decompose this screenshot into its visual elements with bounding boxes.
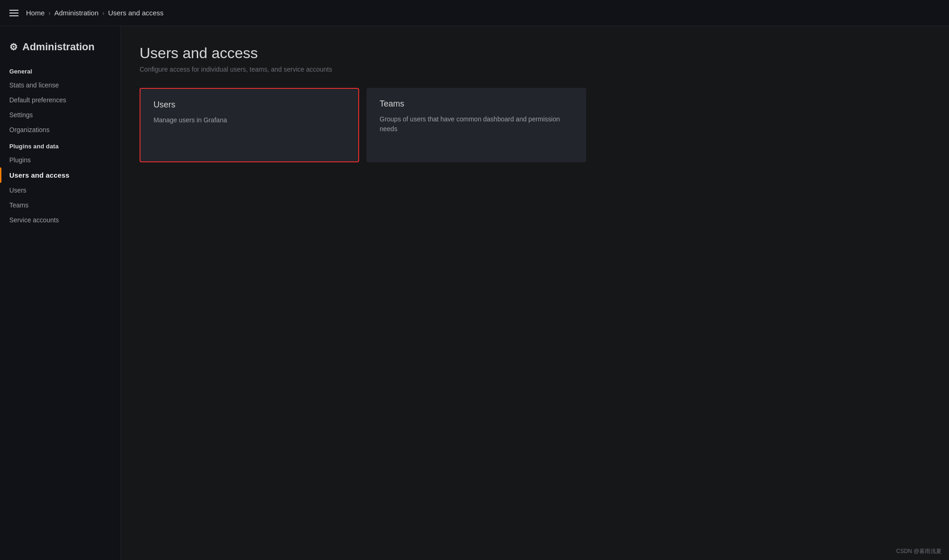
sidebar-group-users-access[interactable]: Users and access [0, 167, 120, 183]
users-card-description: Manage users in Grafana [154, 115, 345, 125]
sidebar-item-settings[interactable]: Settings [0, 107, 120, 122]
users-card[interactable]: Users Manage users in Grafana [140, 88, 359, 162]
sidebar-item-plugins[interactable]: Plugins [0, 153, 120, 167]
users-card-title: Users [154, 100, 345, 110]
sidebar-group-plugins-data: Plugins and data [0, 137, 120, 153]
sidebar-item-service-accounts[interactable]: Service accounts [0, 213, 120, 227]
menu-button[interactable] [7, 8, 20, 18]
sidebar-item-stats-license[interactable]: Stats and license [0, 78, 120, 93]
sidebar-item-users[interactable]: Users [0, 183, 120, 198]
sidebar-item-teams[interactable]: Teams [0, 198, 120, 213]
sidebar-item-organizations[interactable]: Organizations [0, 122, 120, 137]
sidebar-title-label: Administration [22, 41, 94, 53]
sidebar-section-title: ⚙ Administration [0, 35, 120, 59]
breadcrumb-users-access: Users and access [108, 9, 163, 17]
teams-card-description: Groups of users that have common dashboa… [380, 114, 573, 134]
cards-grid: Users Manage users in Grafana Teams Grou… [140, 88, 586, 162]
page-subtitle: Configure access for individual users, t… [140, 66, 930, 73]
sidebar-group-general: General [0, 62, 120, 78]
breadcrumb-administration[interactable]: Administration [54, 9, 99, 17]
teams-card-title: Teams [380, 99, 573, 109]
breadcrumb: Home › Administration › Users and access [26, 9, 164, 17]
page-title: Users and access [140, 45, 930, 62]
watermark: CSDN @暮雨浅夏 [896, 547, 942, 555]
topbar: Home › Administration › Users and access [0, 0, 949, 26]
gear-icon: ⚙ [9, 41, 18, 53]
main-content: Users and access Configure access for in… [121, 26, 949, 560]
breadcrumb-separator-2: › [102, 9, 105, 17]
teams-card[interactable]: Teams Groups of users that have common d… [367, 88, 586, 162]
sidebar-item-default-preferences[interactable]: Default preferences [0, 93, 120, 107]
breadcrumb-separator-1: › [48, 9, 51, 17]
main-layout: ⚙ Administration General Stats and licen… [0, 26, 949, 560]
sidebar: ⚙ Administration General Stats and licen… [0, 26, 121, 560]
breadcrumb-home[interactable]: Home [26, 9, 45, 17]
